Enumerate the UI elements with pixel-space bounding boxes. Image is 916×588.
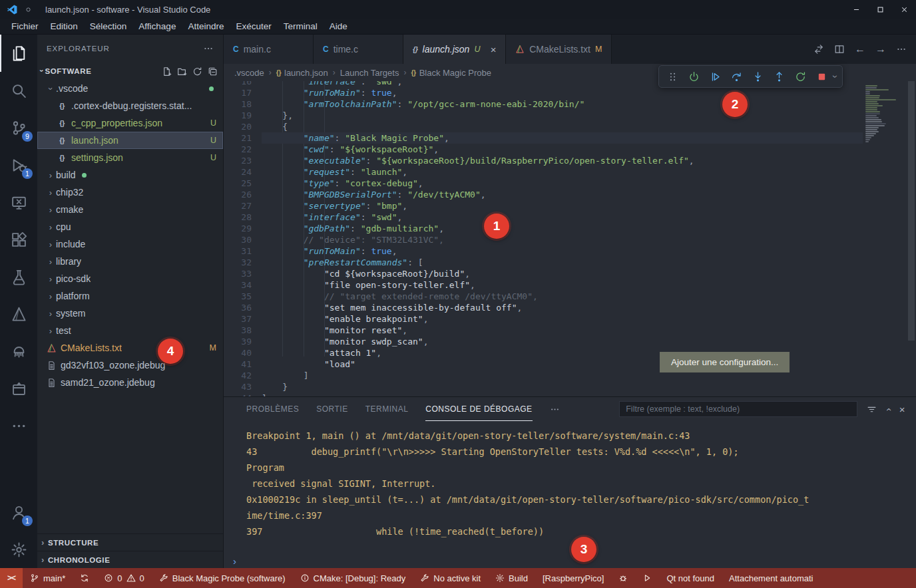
line-number[interactable]: 19: [224, 110, 262, 121]
tree-folder-pico-sdk[interactable]: ›pico-sdk: [37, 270, 223, 287]
status-git-branch[interactable]: main*: [23, 568, 73, 588]
activity-account[interactable]: 1: [0, 494, 37, 531]
maximize-panel-icon[interactable]: ›: [883, 407, 893, 411]
code-line-22[interactable]: 22 "cwd": "${workspaceRoot}",: [224, 144, 863, 155]
stop-button[interactable]: [813, 68, 831, 85]
status-auto-attach[interactable]: Attachement automati: [722, 568, 820, 588]
new-file-icon[interactable]: [162, 67, 172, 76]
activity-more-dots[interactable]: [0, 407, 37, 444]
close-panel-icon[interactable]: ×: [899, 404, 905, 414]
tree-folder-platform[interactable]: ›platform: [37, 287, 223, 305]
breadcrumb-item-launch-json[interactable]: {}launch.json: [276, 68, 328, 78]
line-number[interactable]: 44: [224, 392, 262, 396]
tree-file-cortex-debug-registers-stat[interactable]: {}.cortex-debug.registers.stat...: [37, 97, 223, 114]
code-line-37[interactable]: 37 "enable breakpoint",: [224, 313, 863, 325]
line-number[interactable]: 31: [224, 245, 262, 257]
tab-time-c[interactable]: Ctime.c: [314, 35, 403, 64]
drag-handle[interactable]: [664, 68, 682, 85]
menu-aide[interactable]: Aide: [324, 21, 353, 31]
tree-file-cmakelists-txt[interactable]: CMakeLists.txtM: [37, 339, 223, 357]
tree-file-samd21-ozone-jdebug[interactable]: samd21_ozone.jdebug: [37, 374, 223, 391]
status-debug[interactable]: [611, 568, 635, 588]
menu-terminal[interactable]: Terminal: [278, 21, 324, 31]
line-number[interactable]: 25: [224, 178, 262, 189]
menu-affichage[interactable]: Affichage: [132, 21, 182, 31]
breadcrumb-item-black-magic-probe[interactable]: {}Black Magic Probe: [411, 68, 491, 78]
status-cmake-target[interactable]: [RaspberryPico]: [535, 568, 611, 588]
menu-fichier[interactable]: Fichier: [5, 21, 45, 31]
tree-folder-include[interactable]: ›include: [37, 235, 223, 253]
maximize-button[interactable]: [868, 0, 892, 19]
go-forward-icon[interactable]: →: [875, 44, 886, 55]
power-button[interactable]: [685, 68, 703, 85]
code-line-26[interactable]: 26 "BMPGDBSerialPort": "/dev/ttyACM0",: [224, 189, 863, 200]
line-number[interactable]: 21: [224, 132, 262, 144]
code-line-30[interactable]: 30 // "device": "STM32L431VC",: [224, 234, 863, 245]
line-number[interactable]: 28: [224, 212, 262, 223]
activity-cmake[interactable]: [0, 295, 37, 333]
line-number[interactable]: 33: [224, 268, 262, 279]
scrollbar-thumb[interactable]: [908, 81, 915, 341]
line-number[interactable]: 30: [224, 234, 262, 245]
debug-console[interactable]: Breakpoint 1, main () at /mnt/data/git/o…: [224, 421, 916, 553]
new-folder-icon[interactable]: [177, 67, 187, 76]
breadcrumb-item-launch-targets[interactable]: Launch Targets: [340, 68, 399, 78]
panel-tab-probl-mes[interactable]: PROBLÈMES: [246, 397, 299, 421]
tree-folder-library[interactable]: ›library: [37, 253, 223, 270]
console-filter-input[interactable]: [619, 401, 857, 417]
step-out-button[interactable]: [770, 68, 788, 85]
close-button[interactable]: [892, 0, 916, 19]
line-number[interactable]: 41: [224, 359, 262, 370]
code-line-31[interactable]: 31 "runToMain": true,: [224, 245, 863, 257]
section-software[interactable]: › SOFTWARE: [37, 63, 223, 80]
filter-icon[interactable]: [867, 404, 877, 414]
tree-folder-vscode[interactable]: ›.vscode: [37, 80, 223, 97]
tree-folder-cpu[interactable]: ›cpu: [37, 218, 223, 235]
continue-button[interactable]: [706, 68, 724, 85]
code-line-38[interactable]: 38 "monitor reset",: [224, 325, 863, 336]
code-line-25[interactable]: 25 "type": "cortex-debug",: [224, 178, 863, 189]
code-line-20[interactable]: 20 {: [224, 121, 863, 132]
activity-source-control[interactable]: 9: [0, 109, 37, 146]
tree-folder-test[interactable]: ›test: [37, 322, 223, 339]
breadcrumb-item-vscode[interactable]: .vscode: [234, 68, 264, 78]
line-number[interactable]: 43: [224, 381, 262, 392]
status-problems[interactable]: 00: [97, 568, 151, 588]
compare-icon[interactable]: [813, 44, 824, 55]
activity-remote-explorer[interactable]: [0, 184, 37, 221]
refresh-icon[interactable]: [192, 67, 202, 76]
split-icon[interactable]: [834, 44, 845, 55]
panel-more-actions[interactable]: [550, 404, 560, 414]
code-line-21[interactable]: 21 "name": "Black Magic Probe",: [224, 132, 863, 144]
tab-launch-json[interactable]: {}launch.jsonU×: [403, 35, 506, 64]
code-line-32[interactable]: 32 "preRestartCommands": [: [224, 257, 863, 268]
more-dots-icon[interactable]: [896, 44, 907, 55]
line-number[interactable]: 22: [224, 144, 262, 155]
status-cmake-build[interactable]: Build: [488, 568, 535, 588]
sidebar-more-actions[interactable]: [203, 43, 214, 54]
line-number[interactable]: 18: [224, 98, 262, 110]
tree-file-c-cpp-properties-json[interactable]: {}c_cpp_properties.jsonU: [37, 114, 223, 132]
activity-jellyfish[interactable]: [0, 333, 37, 370]
status-sync[interactable]: [73, 568, 97, 588]
debug-console-input[interactable]: ›: [224, 553, 916, 568]
activity-explorer[interactable]: [0, 35, 37, 72]
line-number[interactable]: 26: [224, 189, 262, 200]
line-number[interactable]: 42: [224, 370, 262, 381]
line-number[interactable]: 38: [224, 325, 262, 336]
tab-cmakelists-txt[interactable]: CMakeLists.txtM: [506, 35, 612, 64]
code-line-36[interactable]: 36 "set mem inaccessible-by-default off"…: [224, 302, 863, 313]
restart-button[interactable]: [792, 68, 809, 85]
status-remote-indicator[interactable]: ><: [0, 568, 23, 588]
panel-tab-sortie[interactable]: SORTIE: [316, 397, 347, 421]
code-line-19[interactable]: 19 },: [224, 110, 863, 121]
code-line-39[interactable]: 39 "monitor swdp_scan",: [224, 336, 863, 347]
code-line-24[interactable]: 24 "request": "launch",: [224, 166, 863, 178]
menu-atteindre[interactable]: Atteindre: [182, 21, 230, 31]
code-line-34[interactable]: 34 "file open-story-teller.elf",: [224, 279, 863, 291]
line-number[interactable]: 29: [224, 223, 262, 234]
code-line-27[interactable]: 27 "servertype": "bmp",: [224, 200, 863, 212]
code-line-28[interactable]: 28 "interface": "swd",: [224, 212, 863, 223]
tree-file-settings-json[interactable]: {}settings.jsonU: [37, 149, 223, 166]
code-line-29[interactable]: 29 "gdbPath": "gdb-multiarch",: [224, 223, 863, 234]
